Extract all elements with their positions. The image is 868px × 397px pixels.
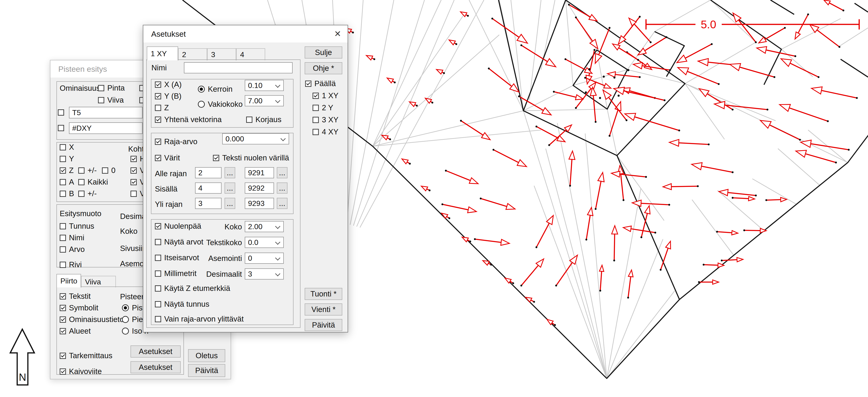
checkbox-box [60,144,66,150]
checkbox-a[interactable]: A [60,177,74,187]
checkbox-itseisarvot[interactable]: Itseisarvot [155,253,199,262]
checkbox-box [313,93,319,99]
radio-vakiokoko[interactable]: Vakiokoko [198,100,243,109]
tab-4[interactable]: 4 [236,48,265,60]
checkbox-millimetrit[interactable]: Millimetrit [155,269,196,278]
yli-rajan-symbol-browse-button[interactable]: ... [277,198,287,209]
checkbox-box [58,109,64,116]
checkbox-z[interactable]: Z [155,103,169,112]
alle-rajan-color-browse-button[interactable]: ... [224,167,235,178]
checkbox-z[interactable]: Z [60,166,73,175]
yli-rajan-color-field[interactable]: 3 [195,198,221,209]
tarkemittaus-asetukset-button[interactable]: Asetukset [130,345,181,358]
dxy-field[interactable]: #DXY [69,122,143,134]
checkbox-nayta-tunnus[interactable]: Näytä tunnus [155,300,209,309]
asetukset-dialog: Asetukset ✕ 1 XY 2 3 4 Nimi X (A) Y (B) … [143,25,348,332]
tab-viiva[interactable]: Viiva [81,276,116,287]
checkbox-plusminus-1[interactable]: +/- [78,166,97,175]
checkbox-box [60,368,66,375]
checkbox-kaivoviite[interactable]: Kaivoviite [60,367,102,376]
koko-combo[interactable]: 2.00 [245,221,284,232]
checkbox-3-xy[interactable]: 3 XY [313,115,339,124]
checkbox-yhtena-vektorina[interactable]: Yhtenä vektorina [155,115,222,124]
dialog-title: Pisteen esitys [58,60,107,78]
nimi-label: Nimi [151,63,167,72]
chevron-down-icon [275,240,280,245]
checkbox-viiva[interactable]: Viiva [98,95,124,105]
checkbox-teksti-nuolen-varilla[interactable]: Teksti nuolen värillä [213,153,289,162]
scalebar-label: 5.0 [701,18,716,31]
checkbox-plusminus-2[interactable]: +/- [78,189,97,198]
checkbox-x[interactable]: X [60,143,74,152]
checkbox-symbolit[interactable]: Symbolit [60,303,98,312]
checkbox-1-xy[interactable]: 1 XY [313,91,339,100]
checkbox-korjaus[interactable]: Korjaus [246,115,281,124]
checkbox-dxy[interactable] [58,123,64,132]
checkbox-pinta[interactable]: Pinta [98,83,125,93]
checkbox-nimi[interactable]: Nimi [60,233,84,242]
checkbox-arvo[interactable]: Arvo [60,245,85,254]
sulje-button[interactable]: Sulje [305,47,342,59]
yli-rajan-color-browse-button[interactable]: ... [224,198,235,209]
checkbox-tarkemittaus[interactable]: Tarkemittaus [60,351,113,360]
vienti-button[interactable]: Vienti * [305,303,342,315]
checkbox-kaikki[interactable]: Kaikki [78,177,108,187]
alle-rajan-color-field[interactable]: 2 [195,167,221,178]
asemointi-combo[interactable]: 0 [245,253,284,264]
desimaalit-label: Desimaalit [200,270,242,279]
desimaalit-combo[interactable]: 3 [245,268,284,279]
sisalla-symbol-field[interactable]: 9292 [245,182,274,194]
checkbox-4-xy[interactable]: 4 XY [313,127,339,136]
checkbox-vain-raja-arvon-ylittavat[interactable]: Vain raja-arvon ylittävät [155,314,244,324]
checkbox-tunnus[interactable]: Tunnus [60,221,94,231]
checkbox-rivi[interactable]: Rivi [60,260,82,269]
checkbox-zero[interactable]: 0 [102,166,116,175]
tab-piirto[interactable]: Piirto [56,274,81,287]
kaivoviite-asetukset-button[interactable]: Asetukset [130,361,181,373]
tuonti-button[interactable]: Tuonti * [305,288,342,300]
title-bar[interactable]: Asetukset [143,25,348,42]
checkbox-x-a[interactable]: X (A) [155,80,182,89]
checkbox-t5[interactable] [58,108,64,117]
sisalla-color-field[interactable]: 4 [195,182,221,194]
paivita-button-2[interactable]: Päivitä [305,319,342,331]
t5-field[interactable]: T5 [69,107,143,118]
checkbox-kayta-z-etumerkkia[interactable]: Käytä Z etumerkkiä [155,284,230,293]
checkbox-ominaisuustieto[interactable]: Ominaisuustieto [60,315,124,324]
kerroin-combo[interactable]: 0.10 [245,80,284,91]
checkbox-b[interactable]: B [60,189,74,198]
raja-arvo-combo[interactable]: 0.000 [222,133,289,144]
radio-kerroin[interactable]: Kerroin [198,85,232,94]
checkbox-box [78,179,85,185]
checkbox-y-b[interactable]: Y (B) [155,91,182,101]
tab-2[interactable]: 2 [178,48,207,60]
yli-rajan-symbol-field[interactable]: 9293 [245,198,274,209]
tekstikoko-combo[interactable]: 0.0 [245,237,284,248]
checkbox-tekstit[interactable]: Tekstit [60,292,91,301]
sisalla-color-browse-button[interactable]: ... [224,182,235,194]
checkbox-paalla[interactable]: Päällä [305,79,336,88]
checkbox-box [60,353,66,359]
close-button[interactable]: ✕ [328,25,348,42]
checkbox-raja-arvo[interactable]: Raja-arvo [155,137,197,146]
checkbox-nuolenpaa[interactable]: Nuolenpää [155,221,201,231]
vakiokoko-combo[interactable]: 7.00 [245,95,284,106]
tab-3[interactable]: 3 [207,48,236,60]
checkbox-box [60,293,66,300]
nimi-input[interactable] [184,62,292,73]
alle-rajan-symbol-field[interactable]: 9291 [245,167,274,178]
checkbox-nayta-arvot[interactable]: Näytä arvot [155,237,204,247]
checkbox-2-y[interactable]: 2 Y [313,103,333,112]
checkbox-alueet[interactable]: Alueet [60,327,91,336]
checkbox-y[interactable]: Y [60,154,74,163]
sisalla-symbol-browse-button[interactable]: ... [277,182,287,194]
alle-rajan-symbol-browse-button[interactable]: ... [277,167,287,178]
tab-1-xy[interactable]: 1 XY [147,47,178,60]
checkbox-varit[interactable]: Värit [155,153,180,162]
oletus-button[interactable]: Oletus [188,349,225,362]
dialog-title: Asetukset [151,25,186,42]
radio-circle [198,101,205,108]
chevron-down-icon [275,98,280,103]
ohje-button[interactable]: Ohje * [305,62,342,74]
paivita-button-1[interactable]: Päivitä [188,364,225,377]
